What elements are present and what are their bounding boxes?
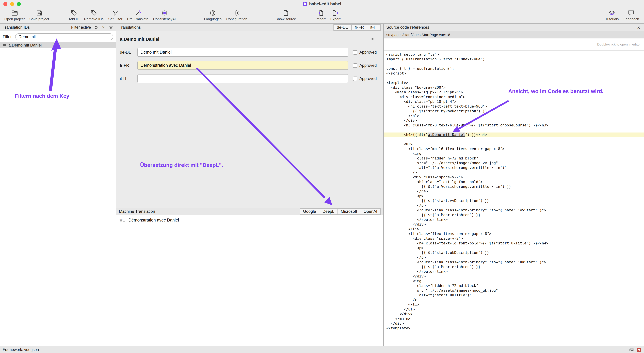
save-icon [36, 9, 43, 17]
file-reference-bar[interactable]: src/pages/start/GuestStartPage.vue:18 [384, 31, 644, 39]
tool-label: ConsistencyAI [153, 17, 176, 21]
languages-button[interactable]: Languages [202, 8, 224, 21]
tab-de-DE[interactable]: de-DE [334, 25, 351, 30]
approved-label: Approved [360, 63, 377, 68]
open-project-button[interactable]: Open project [2, 8, 27, 21]
source-references-header: Source code references × [384, 24, 644, 31]
toolbar-left: Open projectSave projectAdd IDRemove IDs… [2, 8, 343, 21]
code-line: {{ $t("a.Mehr erfahren") }} [384, 265, 644, 269]
code-line: </router-link> [384, 217, 644, 222]
configuration-button[interactable]: Configuration [224, 8, 250, 21]
code-line: {{ $t("start.vvDescription") }} [384, 199, 644, 203]
source-references-panel: Source code references × src/pages/start… [384, 24, 644, 346]
toolbar-right: TutorialsFeedback [603, 8, 641, 21]
code-line: </div> [384, 274, 644, 279]
translation-ids-body: Filter: a.Demo mit Daniel [0, 31, 116, 346]
code-line [384, 62, 644, 66]
tutorials-button[interactable]: Tutorials [603, 8, 621, 21]
entry-title: a.Demo mit Daniel [120, 37, 159, 42]
tag-minus-icon [90, 9, 98, 17]
folder-icon [11, 9, 18, 17]
code-line: </h1> [384, 114, 644, 118]
mt-provider-openai[interactable]: OpenAI [360, 209, 380, 214]
code-line: <img [384, 279, 644, 283]
code-line: <template> [384, 81, 644, 85]
consistency-ai-button[interactable]: ConsistencyAI [151, 8, 178, 21]
code-line: import { useTranslation } from "i18next-… [384, 57, 644, 62]
mt-suggestion-text: Démonstration avec Daniel [128, 218, 179, 222]
translation-row-fr-FR: fr-FRApproved [120, 61, 380, 70]
toolbar-group: LanguagesConfiguration [202, 8, 250, 21]
zoom-window-button[interactable] [17, 2, 21, 6]
remove-ids-button[interactable]: Remove IDs [82, 8, 106, 21]
import-button[interactable]: Import [313, 8, 328, 21]
annotation-filter-note: Filtern nach dem Key [15, 93, 70, 99]
globe-icon [209, 9, 216, 17]
refresh-filter-icon[interactable] [94, 25, 98, 30]
language-label: fr-FR [120, 63, 138, 68]
approved-checkbox-de-DE[interactable] [353, 50, 357, 55]
code-line: </template> [384, 326, 644, 331]
close-window-button[interactable] [3, 2, 8, 6]
comment-note-icon[interactable] [370, 37, 375, 42]
keyboard-icon[interactable] [629, 347, 634, 352]
code-doc-icon [282, 9, 290, 17]
code-line: </div> [384, 118, 644, 123]
filter-funnel-icon[interactable] [108, 25, 113, 30]
tool-label: Configuration [226, 17, 247, 21]
tab-it-IT[interactable]: it-IT [367, 25, 380, 30]
mt-suggestion[interactable]: ⌘1 Démonstration avec Daniel [116, 215, 383, 222]
tab-fr-FR[interactable]: fr-FR [351, 25, 367, 30]
mt-provider-deepl[interactable]: DeepL [319, 209, 337, 214]
record-status-icon[interactable] [637, 347, 641, 352]
tool-label: Open project [4, 17, 24, 21]
show-source-button[interactable]: Show source [273, 8, 298, 21]
code-line: <h1 class="text-left text-blue-900"> [384, 104, 644, 109]
tool-label: Show source [276, 17, 296, 21]
code-line: <div class="pb-10 pt-4"> [384, 100, 644, 104]
mt-provider-google[interactable]: Google [300, 209, 319, 214]
translation-input-it-IT[interactable] [138, 74, 348, 83]
filter-active-label: Filter active [71, 25, 91, 29]
code-line: <div class="space-y-2"> [384, 175, 644, 180]
clear-filter-icon[interactable]: × [101, 25, 106, 30]
close-panel-icon[interactable]: × [636, 25, 641, 30]
add-id-button[interactable]: Add ID [66, 8, 82, 21]
toolbar-group: ImportExport [313, 8, 343, 21]
translation-input-de-DE[interactable] [138, 48, 348, 57]
translation-id-list: a.Demo mit Daniel [0, 42, 116, 346]
filter-input[interactable] [15, 33, 113, 40]
main-area: Translation IDs Filter active × Filter: [0, 24, 644, 346]
set-filter-button[interactable]: Set Filter [106, 8, 125, 21]
translation-row-de-DE: de-DEApproved [120, 48, 380, 57]
bubble-icon [628, 9, 635, 17]
code-line: </li> [384, 302, 644, 307]
translation-id-item[interactable]: a.Demo mit Daniel [0, 42, 116, 48]
feedback-button[interactable]: Feedback [621, 8, 641, 21]
code-line: {{ $t("start.myvbvDescription") }} [384, 109, 644, 114]
tool-label: Export [330, 17, 340, 21]
toolbar-group: Add IDRemove IDsSet FilterPre-TranslateC… [66, 8, 178, 21]
import-icon [317, 9, 324, 17]
translation-input-fr-FR[interactable] [138, 61, 348, 70]
pre-translate-button[interactable]: Pre-Translate [125, 8, 151, 21]
approved-checkbox-fr-FR[interactable] [353, 63, 357, 68]
status-bar-right [629, 347, 641, 352]
toolbar-group: Show source [273, 8, 298, 21]
mt-title: Machine Translation [119, 209, 155, 214]
code-line: src="../../assets/images/mood_vv.jpg" [384, 161, 644, 166]
editor-hint-row: Double-click to open in editor [384, 39, 644, 51]
approved-checkbox-it-IT[interactable] [353, 76, 357, 81]
code-line: /> [384, 170, 644, 175]
export-button[interactable]: Export [328, 8, 343, 21]
comment-bubble-icon [2, 43, 6, 47]
panel-title: Translations [119, 25, 141, 30]
window-title: babel-edit.babel [309, 2, 341, 6]
translation-rows: de-DEApprovedfr-FRApprovedit-ITApproved [120, 48, 380, 83]
code-line: :alt="t('start.ukTitle')" [384, 293, 644, 298]
code-line: <ul> [384, 142, 644, 147]
code-line: </li> [384, 227, 644, 232]
mt-provider-microsoft[interactable]: Microsoft [337, 209, 360, 214]
save-project-button[interactable]: Save project [27, 8, 51, 21]
minimize-window-button[interactable] [10, 2, 14, 6]
